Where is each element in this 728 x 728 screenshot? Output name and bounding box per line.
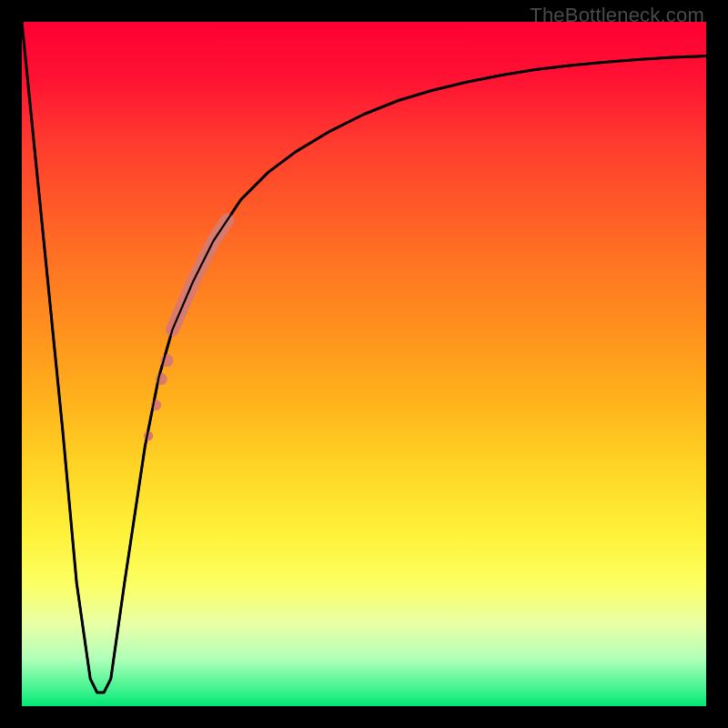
attribution-text: TheBottleneck.com: [530, 4, 704, 27]
bottleneck-curve-svg: [22, 22, 706, 706]
curve-group: [22, 22, 706, 693]
highlight-band: [172, 220, 227, 329]
bottleneck-curve-path: [22, 22, 706, 693]
plot-area: [22, 22, 706, 706]
chart-frame: TheBottleneck.com: [0, 0, 728, 728]
